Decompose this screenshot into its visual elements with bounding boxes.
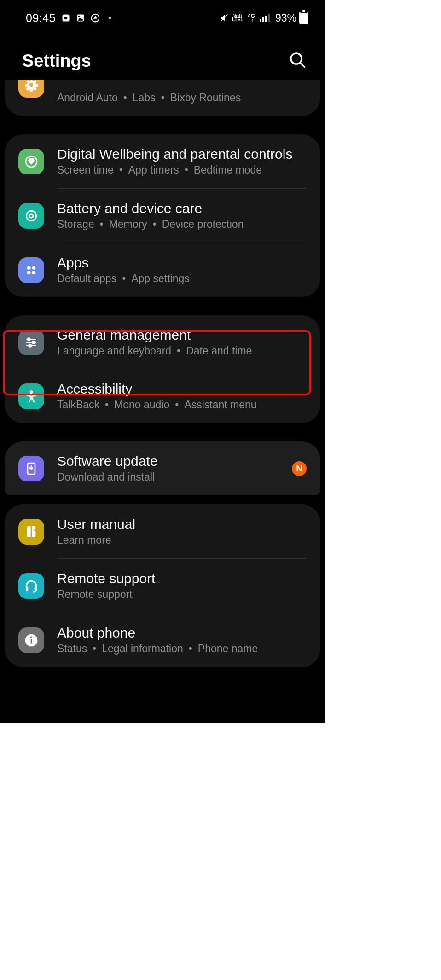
notif-icon-update [91, 13, 100, 23]
svg-rect-33 [31, 639, 32, 643]
settings-group: General managementLanguage and keyboard•… [5, 315, 320, 423]
svg-point-24 [29, 344, 31, 347]
item-subtitle: Language and keyboard•Date and time [57, 345, 309, 357]
search-button[interactable] [288, 51, 307, 71]
notif-icon-gallery [76, 13, 85, 23]
settings-item-apps[interactable]: AppsDefault apps•App settings [5, 243, 320, 297]
item-subtitle: Remote support [57, 588, 309, 601]
volte-indicator: Vo)) LTE1 [232, 14, 243, 22]
page-title: Settings [22, 51, 91, 71]
settings-item-general-management[interactable]: General managementLanguage and keyboard•… [5, 315, 320, 369]
svg-point-23 [33, 341, 35, 343]
item-text: Battery and device careStorage•Memory•De… [57, 201, 309, 231]
settings-item-software-update[interactable]: Software updateDownload and installN [5, 441, 320, 495]
mute-icon [220, 13, 229, 23]
item-text: Android Auto•Labs•Bixby Routines [57, 92, 309, 104]
remote-support-icon [18, 573, 44, 599]
svg-point-15 [27, 266, 31, 269]
svg-point-16 [32, 266, 35, 269]
svg-rect-30 [26, 586, 28, 591]
svg-point-4 [78, 16, 80, 17]
svg-point-18 [32, 271, 35, 274]
svg-rect-28 [31, 526, 32, 537]
item-text: User manualLearn more [57, 516, 309, 546]
settings-item-battery-device-care[interactable]: Battery and device careStorage•Memory•De… [5, 189, 320, 243]
apps-icon [18, 257, 44, 283]
accessibility-icon [18, 383, 44, 409]
general-management-icon [18, 330, 44, 355]
item-subtitle: Android Auto•Labs•Bixby Routines [57, 92, 309, 104]
svg-line-9 [301, 63, 305, 68]
page-header: Settings [0, 28, 325, 80]
settings-screen: 09:45 • Vo)) LTE1 4G ↓↑ 93% [0, 0, 325, 723]
item-title: User manual [57, 516, 309, 532]
item-subtitle: Learn more [57, 534, 309, 546]
notif-icon-1 [61, 13, 70, 23]
item-subtitle: Download and install [57, 471, 292, 483]
settings-item-advanced-features[interactable]: Android Auto•Labs•Bixby Routines [5, 80, 320, 116]
svg-point-1 [64, 17, 68, 20]
item-subtitle: Storage•Memory•Device protection [57, 218, 309, 231]
software-update-icon [18, 456, 44, 481]
settings-list[interactable]: Android Auto•Labs•Bixby RoutinesDigital … [0, 80, 325, 667]
item-title: Remote support [57, 571, 309, 586]
item-title: Digital Wellbeing and parental controls [57, 146, 309, 162]
svg-point-25 [30, 390, 33, 394]
item-title: Battery and device care [57, 201, 309, 216]
settings-item-digital-wellbeing[interactable]: Digital Wellbeing and parental controlsS… [5, 134, 320, 188]
svg-rect-31 [35, 586, 37, 591]
settings-item-about-phone[interactable]: About phoneStatus•Legal information•Phon… [5, 613, 320, 667]
svg-point-22 [28, 338, 30, 340]
svg-point-17 [27, 271, 31, 274]
svg-point-8 [291, 53, 302, 64]
4g-indicator: 4G ↓↑ [248, 14, 255, 23]
about-phone-icon [18, 627, 44, 653]
item-text: AccessibilityTalkBack•Mono audio•Assista… [57, 381, 309, 411]
digital-wellbeing-icon [18, 149, 44, 174]
svg-point-12 [30, 159, 32, 161]
item-text: Software updateDownload and install [57, 453, 292, 483]
item-text: About phoneStatus•Legal information•Phon… [57, 625, 309, 655]
battery-device-care-icon [18, 203, 44, 229]
notification-badge: N [292, 461, 307, 476]
status-bar: 09:45 • Vo)) LTE1 4G ↓↑ 93% [0, 0, 325, 28]
item-subtitle: Status•Legal information•Phone name [57, 643, 309, 655]
item-title: Apps [57, 255, 309, 271]
user-manual-icon: ? [18, 519, 44, 545]
svg-point-14 [29, 214, 33, 218]
item-subtitle: Default apps•App settings [57, 273, 309, 285]
status-time: 09:45 [26, 12, 56, 25]
item-subtitle: TalkBack•Mono audio•Assistant menu [57, 399, 309, 411]
settings-group: ?User manualLearn moreRemote supportRemo… [5, 504, 320, 667]
settings-item-remote-support[interactable]: Remote supportRemote support [5, 559, 320, 613]
item-text: General managementLanguage and keyboard•… [57, 327, 309, 357]
item-title: About phone [57, 625, 309, 641]
item-text: Remote supportRemote support [57, 571, 309, 601]
item-text: Digital Wellbeing and parental controlsS… [57, 146, 309, 176]
notif-overflow-dot: • [108, 13, 111, 23]
item-title: General management [57, 327, 309, 343]
signal-bars-icon [260, 14, 270, 22]
svg-marker-6 [93, 16, 97, 19]
settings-group: Digital Wellbeing and parental controlsS… [5, 134, 320, 297]
svg-point-10 [29, 83, 33, 87]
item-text: AppsDefault apps•App settings [57, 255, 309, 285]
search-icon [288, 51, 307, 69]
item-title: Software update [57, 453, 292, 469]
settings-item-user-manual[interactable]: ?User manualLearn more [5, 504, 320, 558]
svg-point-34 [30, 636, 32, 638]
battery-indicator: 93% [275, 12, 308, 24]
svg-text:?: ? [33, 528, 37, 535]
item-title: Accessibility [57, 381, 309, 397]
settings-group: Software updateDownload and installN [5, 441, 320, 495]
item-subtitle: Screen time•App timers•Bedtime mode [57, 164, 309, 176]
settings-group: Android Auto•Labs•Bixby Routines [5, 80, 320, 116]
advanced-features-icon [18, 80, 44, 98]
settings-item-accessibility[interactable]: AccessibilityTalkBack•Mono audio•Assista… [5, 369, 320, 423]
